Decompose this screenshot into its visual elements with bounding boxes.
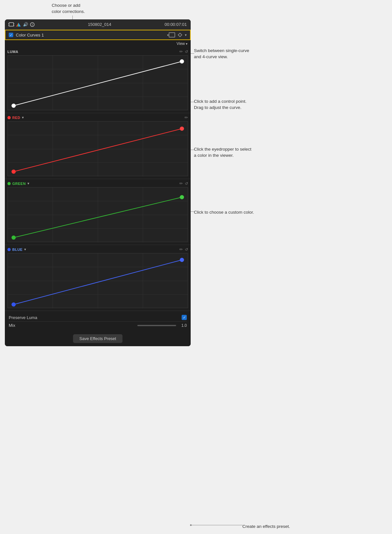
luma-curve-canvas[interactable] [7, 55, 188, 110]
red-header-icons: ✏ [185, 115, 188, 120]
color-curves-panel: 🔊 i 150802_014 00:00:07:01 Color Curves … [5, 19, 191, 346]
luma-reset-icon[interactable]: ↺ [185, 49, 188, 54]
green-label: GREEN ▾ [7, 182, 29, 186]
ann-line-save-preset [191, 525, 243, 525]
ann-dot-save-preset [190, 524, 192, 526]
header-time: 00:00:07:01 [164, 22, 187, 27]
annotation-single-curve: Switch between single-curve and 4-curve … [194, 48, 249, 60]
red-label: RED ▾ [7, 116, 24, 120]
save-preset-button[interactable]: Save Effects Preset [73, 334, 123, 343]
blue-dropdown-arrow[interactable]: ▾ [24, 248, 26, 251]
blue-header: BLUE ▾ ✏ ↺ [7, 247, 188, 252]
red-dropdown-arrow[interactable]: ▾ [22, 116, 24, 119]
svg-point-38 [12, 303, 16, 306]
green-curve-canvas[interactable] [7, 187, 188, 242]
view-chevron: ▾ [186, 42, 187, 46]
effects-name: Color Curves 1 [16, 33, 166, 37]
green-header: GREEN ▾ ✏ ↺ [7, 181, 188, 186]
svg-point-29 [12, 236, 16, 240]
blue-eyedropper-icon[interactable]: ✏ [179, 247, 183, 252]
effects-checkbox[interactable] [9, 33, 13, 37]
blue-label: BLUE ▾ [7, 248, 26, 251]
svg-point-12 [180, 59, 184, 63]
red-header: RED ▾ ✏ [7, 115, 188, 120]
svg-point-21 [180, 127, 184, 131]
view-button[interactable]: View ▾ [176, 41, 187, 46]
green-reset-icon[interactable]: ↺ [185, 181, 188, 186]
mask-icon[interactable] [169, 32, 175, 37]
svg-marker-3 [18, 23, 21, 27]
mix-slider-area: 1.0 [137, 323, 187, 328]
green-curve-section: GREEN ▾ ✏ ↺ [5, 179, 191, 245]
green-header-icons: ✏ ↺ [179, 181, 188, 186]
color-icon[interactable] [16, 22, 21, 27]
preserve-luma-checkbox[interactable] [182, 315, 187, 320]
mix-value: 1.0 [179, 323, 187, 328]
save-preset-row: Save Effects Preset [5, 332, 191, 346]
annotation-save-preset: Create an effects preset. [242, 524, 290, 530]
film-icon[interactable] [9, 22, 14, 27]
mix-slider[interactable] [137, 325, 176, 326]
header-left: 🔊 i [9, 22, 35, 27]
keyframe-icon[interactable] [178, 33, 182, 37]
svg-point-39 [180, 258, 184, 262]
annotation-control-point: Click to add a control point. Drag to ad… [194, 99, 247, 111]
header-icons: 🔊 i [9, 22, 35, 27]
view-bar: View ▾ [5, 40, 191, 47]
blue-curve-section: BLUE ▾ ✏ ↺ [5, 245, 191, 311]
panel-header: 🔊 i 150802_014 00:00:07:01 [5, 19, 191, 30]
annotation-custom-color: Click to choose a custom color. [194, 209, 254, 216]
bottom-controls: Preserve Luma Mix 1.0 [5, 311, 191, 332]
luma-header: LUMA ✏ ↺ [7, 49, 188, 54]
green-eyedropper-icon[interactable]: ✏ [179, 181, 183, 186]
mix-label: Mix [9, 323, 15, 328]
blue-header-icons: ✏ ↺ [179, 247, 188, 252]
sound-icon[interactable]: 🔊 [23, 22, 28, 27]
svg-point-20 [12, 170, 16, 174]
header-title: 150802_014 [88, 22, 111, 27]
effects-selector-row[interactable]: Color Curves 1 ▾ ▾ [5, 30, 191, 40]
luma-header-icons: ✏ ↺ [179, 49, 188, 54]
effects-icons-right: ▾ [169, 32, 187, 37]
svg-point-30 [180, 195, 184, 199]
preserve-luma-row: Preserve Luma [9, 314, 187, 321]
annotation-choose-color: Choose or add color corrections. [52, 3, 85, 15]
green-dropdown-arrow[interactable]: ▾ [27, 182, 29, 185]
red-curve-canvas[interactable] [7, 121, 188, 176]
preserve-luma-label: Preserve Luma [9, 315, 37, 320]
main-container: Choose or add color corrections. Switch … [0, 0, 392, 534]
blue-reset-icon[interactable]: ↺ [185, 247, 188, 252]
luma-label: LUMA [7, 50, 18, 54]
mix-row: Mix 1.0 [9, 321, 187, 329]
annotation-eyedropper: Click the eyedropper to select a color i… [194, 146, 251, 159]
red-eyedropper-icon[interactable]: ✏ [185, 115, 188, 120]
info-icon[interactable]: i [30, 22, 35, 27]
red-curve-section: RED ▾ ✏ [5, 113, 191, 179]
luma-curve-section: LUMA ✏ ↺ [5, 47, 191, 113]
effects-chevron[interactable]: ▾ [185, 33, 187, 37]
luma-eyedropper-icon[interactable]: ✏ [179, 49, 183, 54]
blue-curve-canvas[interactable] [7, 253, 188, 308]
svg-point-11 [12, 104, 16, 108]
